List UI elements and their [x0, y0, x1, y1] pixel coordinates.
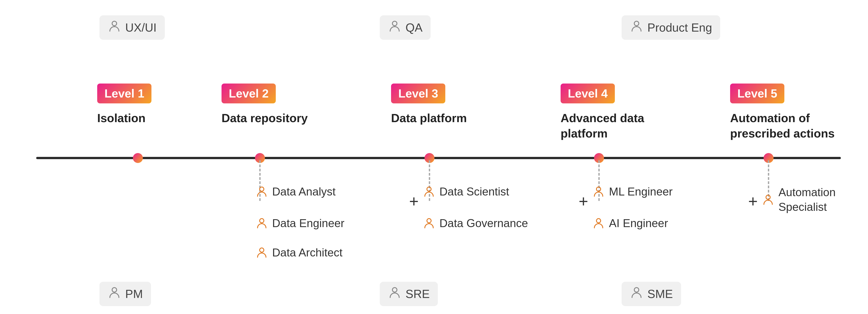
product-eng-label: Product Eng	[647, 21, 712, 34]
svg-point-2	[634, 21, 639, 26]
timeline-dot-1	[133, 153, 143, 163]
person-icon-ml-engineer	[592, 185, 605, 198]
sre-label: SRE	[405, 287, 430, 301]
ml-engineer-label: ML Engineer	[609, 185, 673, 198]
svg-point-3	[260, 187, 264, 191]
svg-point-12	[393, 288, 397, 292]
role-item-data-scientist: Data Scientist	[423, 185, 509, 198]
role-badge-pm: PM	[99, 282, 151, 306]
level-label-1: Isolation	[97, 111, 146, 126]
role-item-data-analyst: Data Analyst	[255, 185, 336, 198]
person-icon-automation-specialist	[762, 194, 774, 206]
plus-sign-1: +	[409, 192, 418, 210]
role-item-ml-engineer: ML Engineer	[592, 185, 673, 198]
automation-specialist-label: Automation Specialist	[778, 185, 866, 214]
qa-label: QA	[405, 21, 423, 34]
role-badge-product-eng: Product Eng	[622, 15, 720, 40]
role-item-data-engineer: Data Engineer	[255, 217, 344, 230]
person-icon-data-engineer	[255, 217, 268, 230]
data-architect-label: Data Architect	[272, 246, 342, 259]
diagram-container: UX/UI QA Product Eng Level 1 Isolation L…	[0, 0, 868, 314]
data-analyst-label: Data Analyst	[272, 185, 336, 198]
uxui-label: UX/UI	[125, 21, 157, 34]
sme-label: SME	[647, 287, 673, 301]
svg-point-7	[427, 218, 431, 223]
role-item-data-architect: Data Architect	[255, 246, 342, 259]
plus-sign-3: +	[748, 192, 758, 210]
person-icon-pm	[107, 286, 121, 302]
data-governance-label: Data Governance	[439, 217, 528, 230]
person-icon-data-analyst	[255, 185, 268, 198]
level-badge-5: Level 5	[730, 83, 784, 103]
role-item-automation-specialist: Automation Specialist	[762, 185, 866, 214]
person-icon-uxui	[107, 20, 121, 36]
person-icon-qa	[388, 20, 401, 36]
svg-point-13	[634, 288, 639, 292]
person-icon-data-architect	[255, 246, 268, 259]
level-label-2: Data repository	[221, 111, 308, 126]
person-icon-product-eng	[630, 20, 643, 36]
level-badge-4: Level 4	[561, 83, 615, 103]
svg-point-6	[427, 187, 431, 191]
svg-point-9	[596, 218, 601, 223]
role-badge-uxui: UX/UI	[99, 15, 165, 40]
role-item-data-governance: Data Governance	[423, 217, 528, 230]
svg-point-11	[112, 288, 117, 292]
timeline-line	[36, 157, 841, 159]
svg-point-4	[260, 218, 264, 223]
plus-sign-2: +	[579, 192, 588, 210]
ai-engineer-label: AI Engineer	[609, 217, 668, 230]
svg-point-0	[112, 21, 117, 26]
person-icon-data-governance	[423, 217, 435, 230]
level-badge-2: Level 2	[221, 83, 276, 103]
person-icon-data-scientist	[423, 185, 435, 198]
pm-label: PM	[125, 287, 143, 301]
level-badge-3: Level 3	[391, 83, 445, 103]
role-badge-sme: SME	[622, 282, 681, 306]
person-icon-sre	[388, 286, 401, 302]
svg-point-1	[393, 21, 397, 26]
person-icon-ai-engineer	[592, 217, 605, 230]
data-scientist-label: Data Scientist	[439, 185, 509, 198]
svg-point-10	[766, 195, 770, 199]
data-engineer-label: Data Engineer	[272, 217, 344, 230]
level-badge-1: Level 1	[97, 83, 151, 103]
person-icon-sme	[630, 286, 643, 302]
role-item-ai-engineer: AI Engineer	[592, 217, 668, 230]
level-label-4: Advanced data platform	[561, 111, 655, 141]
level-label-5: Automation of prescribed actions	[730, 111, 839, 141]
svg-point-8	[596, 187, 601, 191]
svg-point-5	[260, 248, 264, 252]
role-badge-sre: SRE	[380, 282, 438, 306]
level-label-3: Data platform	[391, 111, 467, 126]
role-badge-qa: QA	[380, 15, 431, 40]
